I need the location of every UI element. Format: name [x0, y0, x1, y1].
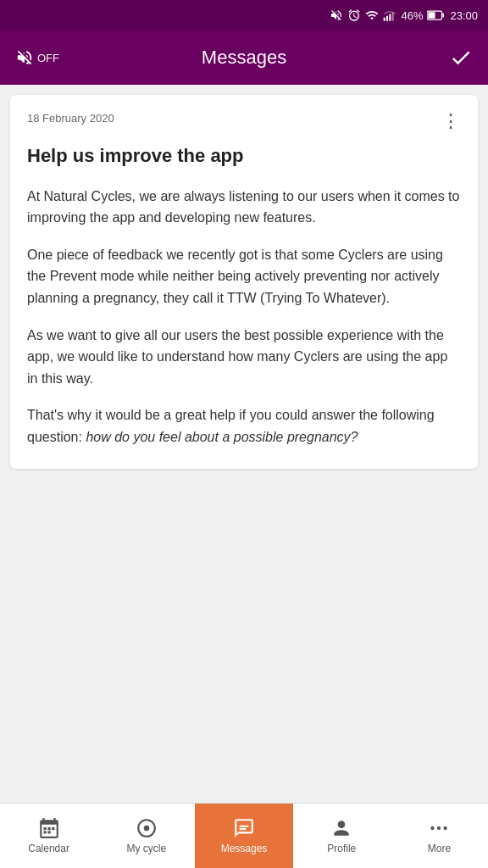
card-date: 18 February 2020 — [27, 112, 114, 125]
bell-off-icon — [15, 48, 34, 67]
svg-point-13 — [144, 826, 150, 832]
messages-icon — [233, 817, 255, 839]
svg-rect-1 — [386, 16, 388, 21]
nav-label-calendar: Calendar — [28, 843, 69, 854]
card-paragraph-1: At Natural Cycles, we are always listeni… — [27, 186, 461, 229]
more-icon — [428, 817, 450, 839]
svg-rect-5 — [443, 14, 445, 18]
top-nav-bar: OFF Messages — [0, 31, 488, 85]
nav-label-messages: Messages — [221, 843, 268, 854]
card-menu-button[interactable]: ⋮ — [441, 112, 461, 131]
svg-rect-7 — [43, 827, 46, 830]
card-body: At Natural Cycles, we are always listeni… — [27, 186, 461, 448]
card-paragraph-3: As we want to give all our users the bes… — [27, 325, 461, 390]
battery-icon — [427, 9, 444, 21]
calendar-icon — [38, 817, 60, 839]
svg-rect-15 — [240, 828, 247, 830]
svg-rect-8 — [47, 827, 50, 830]
nav-item-messages[interactable]: Messages — [195, 804, 292, 868]
card-header: 18 February 2020 ⋮ — [27, 112, 461, 131]
checkmark-icon[interactable] — [449, 46, 473, 70]
svg-rect-3 — [392, 13, 394, 21]
nav-label-mycycle: My cycle — [126, 843, 166, 854]
message-card: 18 February 2020 ⋮ Help us improve the a… — [10, 95, 478, 469]
svg-rect-11 — [47, 831, 50, 833]
svg-point-18 — [444, 826, 447, 830]
content-area: 18 February 2020 ⋮ Help us improve the a… — [0, 85, 488, 803]
nav-item-more[interactable]: More — [391, 804, 488, 868]
nav-item-calendar[interactable]: Calendar — [0, 804, 97, 868]
mute-icon — [330, 8, 343, 22]
cycle-icon — [136, 817, 158, 839]
status-icons: 46% 23:00 — [330, 8, 478, 22]
page-title: Messages — [83, 47, 405, 69]
battery-percentage: 46% — [401, 9, 423, 22]
card-paragraph-4: That's why it would be a great help if y… — [27, 404, 461, 448]
wifi-icon — [365, 8, 379, 22]
svg-point-16 — [431, 826, 435, 830]
profile-icon — [330, 817, 352, 839]
svg-rect-6 — [429, 12, 435, 19]
nav-item-profile[interactable]: Profile — [293, 804, 391, 868]
alarm-icon — [347, 8, 361, 22]
nav-label-profile: Profile — [327, 843, 356, 854]
signal-icon — [383, 8, 396, 22]
svg-rect-2 — [390, 14, 391, 21]
svg-rect-0 — [384, 18, 385, 21]
svg-rect-14 — [240, 826, 249, 827]
bottom-nav: Calendar My cycle Messages Profile More — [0, 803, 488, 868]
svg-rect-9 — [52, 827, 54, 830]
status-bar: 46% 23:00 — [0, 0, 488, 31]
nav-item-mycycle[interactable]: My cycle — [97, 804, 195, 868]
card-paragraph-2: One piece of feedback we recently got is… — [27, 244, 461, 309]
svg-rect-10 — [43, 831, 46, 833]
nav-right-section[interactable] — [405, 46, 473, 70]
nav-left-section: OFF — [15, 48, 83, 67]
nav-label-more: More — [428, 843, 451, 854]
notification-off-label: OFF — [37, 52, 59, 64]
card-title: Help us improve the app — [27, 144, 461, 169]
notification-toggle[interactable]: OFF — [15, 48, 59, 67]
svg-point-17 — [437, 826, 441, 830]
status-time: 23:00 — [450, 9, 478, 22]
